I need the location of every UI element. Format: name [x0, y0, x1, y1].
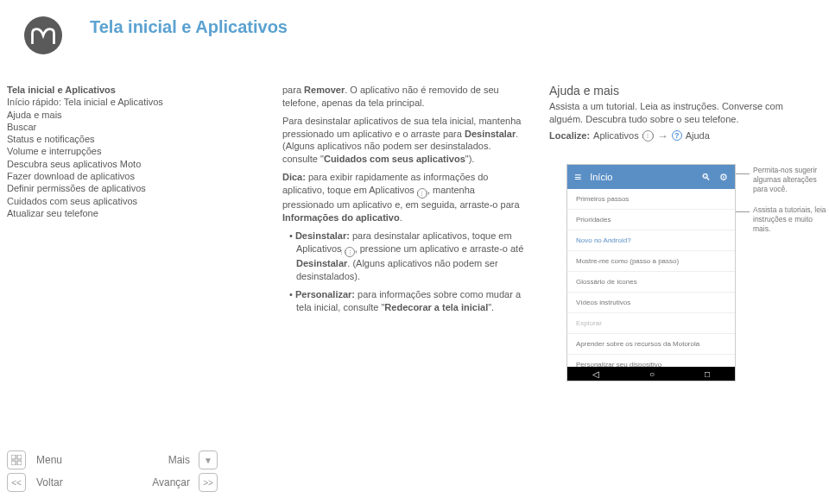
phone-item[interactable]: Glossário de ícones	[567, 272, 735, 293]
phone-mockup: ≡ Início 🔍︎ ⚙ Primeiros passos Prioridad…	[566, 164, 736, 381]
mais-icon[interactable]: ▼	[199, 450, 218, 469]
text: para	[282, 85, 304, 95]
sidebar-item[interactable]: Atualizar seu telefone	[7, 207, 197, 219]
hamburger-icon[interactable]: ≡	[574, 170, 581, 184]
bold: Informações do aplicativo	[282, 212, 400, 223]
svg-rect-3	[17, 461, 22, 465]
menu-icon[interactable]	[7, 450, 26, 469]
moto-m-icon	[30, 22, 56, 48]
right-intro: Assista a um tutorial. Leia as instruçõe…	[549, 100, 817, 126]
bold: Desinstalar	[296, 258, 347, 268]
phone-navbar: ◁ ○ □	[567, 367, 735, 381]
sidebar: Tela inicial e Aplicativos Início rápido…	[7, 84, 197, 219]
localize-line: Localize: Aplicativos ⋮⋮⋮ → ? Ajuda	[549, 129, 817, 144]
sidebar-item[interactable]: Ajuda e mais	[7, 109, 197, 121]
phone-item[interactable]: Aprender sobre os recursos da Motorola	[567, 334, 735, 355]
page-title: Tela inicial e Aplicativos	[90, 17, 288, 37]
avancar-icon[interactable]: >>	[199, 473, 218, 492]
para-remover: para Remover. O aplicativo não é removid…	[282, 84, 528, 110]
text: , pressione um aplicativo e arraste-o at…	[355, 243, 524, 254]
callout-tutorials: Assista a tutoriais, leia instruções e m…	[753, 205, 829, 234]
phone-item[interactable]: Vídeos instrutivos	[567, 293, 735, 313]
localize-apps: Aplicativos	[593, 129, 639, 142]
phone-titlebar: ≡ Início 🔍︎ ⚙	[567, 165, 735, 189]
right-heading: Ajuda e mais	[549, 84, 817, 98]
sidebar-item[interactable]: Status e notificações	[7, 133, 197, 145]
sidebar-item[interactable]: Descubra seus aplicativos Moto	[7, 158, 197, 170]
localize-ajuda: Ajuda	[686, 129, 710, 142]
callout-personalize: Permita-nos sugerir algumas alterações p…	[753, 166, 829, 194]
sidebar-item[interactable]: Volume e interrupções	[7, 145, 197, 157]
para-dica: Dica: para exibir rapidamente as informa…	[282, 171, 528, 224]
sidebar-item[interactable]: Definir permissões de aplicativos	[7, 182, 197, 194]
phone-item[interactable]: Prioridades	[567, 210, 735, 230]
sidebar-item[interactable]: Buscar	[7, 121, 197, 133]
bold-remover: Remover	[304, 85, 345, 95]
phone-item[interactable]: Explorar	[567, 313, 735, 334]
bullet-desinstalar: • Desinstalar: para desinstalar aplicati…	[289, 230, 528, 283]
sidebar-item[interactable]: Início rápido: Tela inicial e Aplicativo…	[7, 96, 197, 108]
text: .	[400, 212, 402, 223]
svg-rect-1	[17, 455, 22, 459]
help-icon: ?	[672, 130, 682, 141]
home-icon[interactable]: ○	[649, 369, 655, 379]
voltar-label[interactable]: Voltar	[36, 476, 123, 488]
svg-rect-0	[11, 455, 16, 459]
moto-logo	[24, 16, 62, 54]
callout-line	[736, 173, 750, 174]
bold: Cuidados com seus aplicativos	[324, 154, 465, 164]
right-column: Ajuda e mais Assista a um tutorial. Leia…	[549, 84, 817, 146]
content-column: para Remover. O aplicativo não é removid…	[282, 84, 528, 319]
callout-line	[736, 211, 750, 212]
phone-item[interactable]: Mostre-me como (passo a passo)	[567, 251, 735, 272]
back-icon[interactable]: ◁	[592, 369, 599, 379]
search-icon[interactable]: 🔍︎	[701, 172, 711, 182]
sidebar-heading: Tela inicial e Aplicativos	[7, 84, 197, 96]
menu-label[interactable]: Menu	[36, 454, 123, 466]
sidebar-item[interactable]: Fazer download de aplicativos	[7, 170, 197, 182]
para-desinstalar-tela: Para desinstalar aplicativos de sua tela…	[282, 115, 528, 166]
mais-label[interactable]: Mais	[126, 454, 195, 466]
phone-item[interactable]: Primeiros passos	[567, 189, 735, 210]
apps-grid-icon: ⋮⋮⋮	[417, 188, 427, 198]
phone-title: Início	[590, 172, 612, 182]
gear-icon[interactable]: ⚙	[719, 172, 728, 183]
sidebar-item[interactable]: Cuidados com seus aplicativos	[7, 195, 197, 207]
bottom-nav: Menu Mais ▼ << Voltar Avançar >>	[7, 450, 225, 492]
bullet-personalizar: • Personalizar: para informações sobre c…	[289, 288, 528, 314]
phone-item[interactable]: Novo no Android?	[567, 230, 735, 251]
avancar-label[interactable]: Avançar	[126, 476, 195, 488]
bold-dica: Dica:	[282, 172, 306, 182]
arrow-right-icon: →	[657, 129, 668, 144]
apps-grid-icon: ⋮⋮⋮	[345, 247, 355, 257]
svg-rect-2	[11, 461, 16, 465]
bold: Desinstalar	[465, 129, 516, 139]
voltar-icon[interactable]: <<	[7, 473, 26, 492]
localize-label: Localize:	[549, 129, 590, 142]
bold: Desinstalar:	[295, 230, 350, 241]
text: ").	[465, 154, 475, 164]
apps-grid-icon: ⋮⋮⋮	[642, 130, 654, 142]
bold: Personalizar:	[295, 289, 355, 299]
recent-icon[interactable]: □	[705, 369, 710, 379]
text: ".	[488, 302, 494, 312]
bold: Redecorar a tela inicial	[384, 302, 488, 312]
